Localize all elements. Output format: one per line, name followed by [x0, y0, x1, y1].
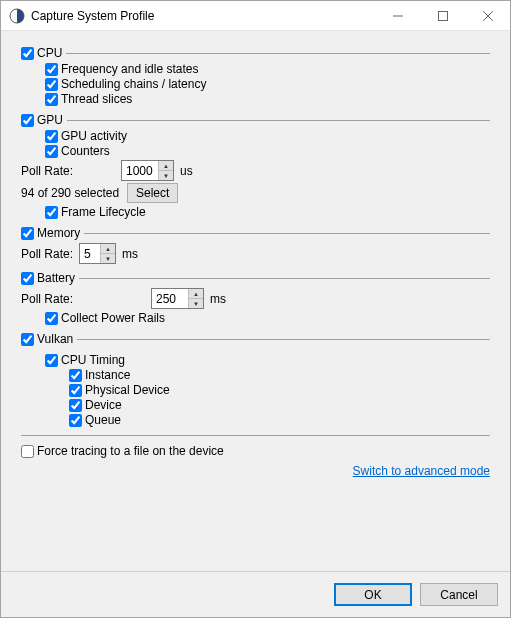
cpu-freq-checkbox[interactable]: [45, 63, 58, 76]
minimize-button[interactable]: [375, 1, 420, 30]
window-title: Capture System Profile: [31, 9, 375, 23]
gpu-poll-input[interactable]: [122, 161, 158, 180]
close-button[interactable]: [465, 1, 510, 30]
spin-up-icon[interactable]: ▲: [159, 161, 173, 171]
vulkan-cputiming-label: CPU Timing: [61, 353, 125, 367]
vulkan-instance-label: Instance: [85, 368, 130, 382]
gpu-frame-label: Frame Lifecycle: [61, 205, 146, 219]
vulkan-label: Vulkan: [37, 332, 73, 346]
battery-label: Battery: [37, 271, 75, 285]
cpu-label: CPU: [37, 46, 62, 60]
divider: [77, 339, 490, 340]
divider: [84, 233, 490, 234]
gpu-selected-text: 94 of 290 selected: [21, 186, 121, 200]
gpu-activity-label: GPU activity: [61, 129, 127, 143]
dialog-body: CPU Frequency and idle states Scheduling…: [1, 31, 510, 571]
force-trace-label: Force tracing to a file on the device: [37, 444, 224, 458]
advanced-mode-link[interactable]: Switch to advanced mode: [353, 464, 490, 478]
gpu-poll-label: Poll Rate:: [21, 164, 121, 178]
force-trace-checkbox[interactable]: [21, 445, 34, 458]
cpu-slices-label: Thread slices: [61, 92, 132, 106]
titlebar: Capture System Profile: [1, 1, 510, 31]
battery-rails-checkbox[interactable]: [45, 312, 58, 325]
cpu-sched-checkbox[interactable]: [45, 78, 58, 91]
spin-down-icon[interactable]: ▼: [159, 171, 173, 180]
spin-up-icon[interactable]: ▲: [189, 289, 203, 299]
svg-rect-2: [438, 11, 447, 20]
dialog-footer: OK Cancel: [1, 571, 510, 617]
divider: [79, 278, 490, 279]
cpu-freq-label: Frequency and idle states: [61, 62, 198, 76]
memory-label: Memory: [37, 226, 80, 240]
divider: [21, 435, 490, 436]
cpu-slices-checkbox[interactable]: [45, 93, 58, 106]
vulkan-physical-label: Physical Device: [85, 383, 170, 397]
cpu-sched-label: Scheduling chains / latency: [61, 77, 206, 91]
spin-down-icon[interactable]: ▼: [189, 299, 203, 308]
vulkan-device-label: Device: [85, 398, 122, 412]
vulkan-device-checkbox[interactable]: [69, 399, 82, 412]
battery-poll-label: Poll Rate:: [21, 292, 151, 306]
memory-checkbox[interactable]: [21, 227, 34, 240]
spin-down-icon[interactable]: ▼: [101, 254, 115, 263]
battery-poll-input[interactable]: [152, 289, 188, 308]
battery-poll-spinner[interactable]: ▲▼: [151, 288, 204, 309]
battery-poll-unit: ms: [210, 292, 226, 306]
memory-poll-label: Poll Rate:: [21, 247, 79, 261]
gpu-activity-checkbox[interactable]: [45, 130, 58, 143]
cpu-checkbox[interactable]: [21, 47, 34, 60]
memory-poll-input[interactable]: [80, 244, 100, 263]
vulkan-physical-checkbox[interactable]: [69, 384, 82, 397]
spin-up-icon[interactable]: ▲: [101, 244, 115, 254]
vulkan-checkbox[interactable]: [21, 333, 34, 346]
battery-rails-label: Collect Power Rails: [61, 311, 165, 325]
vulkan-cputiming-checkbox[interactable]: [45, 354, 58, 367]
vulkan-queue-label: Queue: [85, 413, 121, 427]
gpu-poll-spinner[interactable]: ▲▼: [121, 160, 174, 181]
gpu-select-button[interactable]: Select: [127, 183, 178, 203]
app-icon: [9, 8, 25, 24]
ok-button[interactable]: OK: [334, 583, 412, 606]
gpu-label: GPU: [37, 113, 63, 127]
battery-checkbox[interactable]: [21, 272, 34, 285]
vulkan-queue-checkbox[interactable]: [69, 414, 82, 427]
dialog-window: Capture System Profile CPU: [0, 0, 511, 618]
gpu-checkbox[interactable]: [21, 114, 34, 127]
gpu-counters-label: Counters: [61, 144, 110, 158]
divider: [66, 53, 490, 54]
gpu-frame-checkbox[interactable]: [45, 206, 58, 219]
gpu-counters-checkbox[interactable]: [45, 145, 58, 158]
cancel-button[interactable]: Cancel: [420, 583, 498, 606]
gpu-poll-unit: us: [180, 164, 193, 178]
memory-poll-spinner[interactable]: ▲▼: [79, 243, 116, 264]
divider: [67, 120, 490, 121]
maximize-button[interactable]: [420, 1, 465, 30]
memory-poll-unit: ms: [122, 247, 138, 261]
vulkan-instance-checkbox[interactable]: [69, 369, 82, 382]
